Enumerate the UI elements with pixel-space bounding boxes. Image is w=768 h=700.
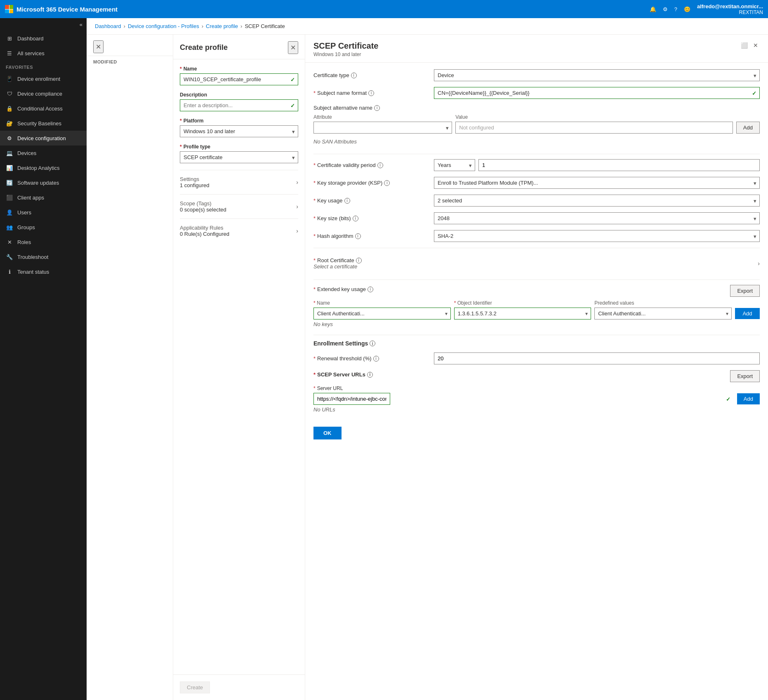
create-panel-content: * Name ✓ Description xyxy=(173,59,305,674)
notification-icon[interactable]: 🔔 xyxy=(650,6,656,12)
favorites-header: FAVORITES xyxy=(0,61,87,71)
description-input[interactable] xyxy=(180,99,298,111)
eku-add-button[interactable]: Add xyxy=(735,308,760,319)
ksp-info-icon[interactable]: i xyxy=(384,180,390,186)
hash-alg-select[interactable]: SHA-2 xyxy=(434,230,760,242)
sidebar-item-troubleshoot[interactable]: 🔧 Troubleshoot xyxy=(0,249,87,264)
san-value-input[interactable] xyxy=(455,122,733,134)
sidebar-label-device-compliance: Device compliance xyxy=(17,91,62,97)
sidebar-item-device-configuration[interactable]: ⚙ Device configuration xyxy=(0,131,87,146)
san-info-icon[interactable]: i xyxy=(374,105,380,111)
ksp-select[interactable]: Enroll to Trusted Platform Module (TPM).… xyxy=(434,177,760,189)
sidebar-item-security-baselines[interactable]: 🔐 Security Baselines xyxy=(0,116,87,131)
server-url-input[interactable] xyxy=(313,393,390,405)
cert-type-info-icon[interactable]: i xyxy=(351,73,357,78)
create-panel-close[interactable]: ✕ xyxy=(288,41,298,54)
settings-section[interactable]: Settings 1 configured › xyxy=(180,170,298,194)
name-input[interactable] xyxy=(180,73,298,85)
cert-type-select-wrapper: Device xyxy=(434,69,760,81)
sidebar-item-desktop-analytics[interactable]: 📊 Desktop Analytics xyxy=(0,160,87,175)
key-usage-select[interactable]: 2 selected xyxy=(434,195,760,207)
cert-type-control: Device xyxy=(434,69,760,81)
subject-name-check-icon: ✓ xyxy=(752,90,756,96)
scep-urls-label: * SCEP Server URLs i xyxy=(313,371,373,378)
scep-export-button[interactable]: Export xyxy=(730,370,760,382)
applicability-section[interactable]: Applicability Rules 0 Rule(s) Configured… xyxy=(180,218,298,243)
sidebar-item-client-apps[interactable]: ⬛ Client apps xyxy=(0,190,87,205)
sidebar-collapse-btn[interactable]: « xyxy=(0,18,87,31)
list-panel-header: ✕ xyxy=(87,35,173,56)
platform-field: * Platform Windows 10 and later xyxy=(180,118,298,137)
cert-type-select[interactable]: Device xyxy=(434,69,760,81)
key-usage-info-icon[interactable]: i xyxy=(344,198,350,204)
sidebar-label-all-services: All services xyxy=(17,50,45,56)
validity-unit-wrapper: Years xyxy=(434,159,475,171)
renewal-info-icon[interactable]: i xyxy=(373,356,379,362)
eku-oid-select[interactable]: 1.3.6.1.5.5.7.3.2 xyxy=(454,308,591,319)
hash-alg-select-wrapper: SHA-2 xyxy=(434,230,760,242)
san-attribute-select[interactable] xyxy=(313,122,452,134)
scep-urls-info-icon[interactable]: i xyxy=(367,372,373,378)
breadcrumb-create[interactable]: Create profile xyxy=(206,23,238,29)
profile-type-label: * Profile type xyxy=(180,144,298,150)
settings-icon[interactable]: ⚙ xyxy=(663,6,668,12)
description-label: Description xyxy=(180,92,298,98)
sidebar-item-devices[interactable]: 💻 Devices xyxy=(0,146,87,160)
help-icon[interactable]: ? xyxy=(674,6,677,12)
enrollment-info-icon[interactable]: i xyxy=(370,341,375,346)
san-add-button[interactable]: Add xyxy=(736,122,760,134)
eku-name-select[interactable]: Client Authenticati... xyxy=(313,308,451,319)
eku-export-button[interactable]: Export xyxy=(730,285,760,297)
sidebar-item-device-enrollment[interactable]: 📱 Device enrollment xyxy=(0,71,87,86)
sidebar-item-tenant-status[interactable]: ℹ Tenant status xyxy=(0,264,87,279)
name-field: * Name ✓ xyxy=(180,66,298,85)
list-panel-close[interactable]: ✕ xyxy=(93,40,104,53)
scep-header: SCEP Certificate Windows 10 and later ⬜ … xyxy=(305,35,768,63)
cert-validity-info-icon[interactable]: i xyxy=(377,162,383,168)
scep-close-btn[interactable]: ✕ xyxy=(752,41,760,49)
hash-alg-info-icon[interactable]: i xyxy=(355,233,361,239)
sidebar-item-groups[interactable]: 👥 Groups xyxy=(0,220,87,235)
eku-info-icon[interactable]: i xyxy=(368,287,373,292)
breadcrumb-profiles[interactable]: Device configuration - Profiles xyxy=(128,23,199,29)
subject-name-input[interactable] xyxy=(434,87,760,99)
validity-unit-select[interactable]: Years xyxy=(434,159,475,171)
eku-predefined-select[interactable]: Client Authenticati... xyxy=(594,308,732,319)
sidebar-label-device-enrollment: Device enrollment xyxy=(17,76,60,82)
troubleshoot-icon: 🔧 xyxy=(6,253,13,261)
subject-name-label: * Subject name format i xyxy=(313,90,429,96)
eku-row-headers: * Name * Object Identifier Predefined va… xyxy=(313,300,760,306)
sidebar-item-software-updates[interactable]: 🔄 Software updates xyxy=(0,175,87,190)
sidebar-item-conditional-access[interactable]: 🔒 Conditional Access xyxy=(0,101,87,116)
scep-subtitle: Windows 10 and later xyxy=(313,52,378,57)
key-size-select[interactable]: 2048 xyxy=(434,212,760,224)
subject-name-control: ✓ xyxy=(434,87,760,99)
list-panel: ✕ MODIFIED xyxy=(87,35,173,700)
sidebar-item-all-services[interactable]: ☰ All services xyxy=(0,46,87,61)
key-size-info-icon[interactable]: i xyxy=(353,216,358,221)
sidebar-item-device-compliance[interactable]: 🛡 Device compliance xyxy=(0,86,87,101)
sidebar-item-dashboard[interactable]: ⊞ Dashboard xyxy=(0,31,87,46)
server-url-add-button[interactable]: Add xyxy=(737,393,760,404)
scep-content: Certificate type i Device xyxy=(305,63,768,700)
key-size-control: 2048 xyxy=(434,212,760,224)
scope-section[interactable]: Scope (Tags) 0 scope(s) selected › xyxy=(180,194,298,218)
breadcrumb-dashboard[interactable]: Dashboard xyxy=(95,23,121,29)
subject-name-info-icon[interactable]: i xyxy=(368,90,374,96)
root-cert-info-icon[interactable]: i xyxy=(356,258,362,263)
renewal-input[interactable] xyxy=(434,352,760,364)
create-panel: Create profile ✕ * Name ✓ xyxy=(173,35,305,700)
user-icon[interactable]: 😊 xyxy=(684,6,690,12)
devices-icon: 💻 xyxy=(6,149,13,157)
create-button[interactable]: Create xyxy=(180,681,210,693)
platform-select[interactable]: Windows 10 and later xyxy=(180,125,298,137)
ok-button[interactable]: OK xyxy=(313,427,342,439)
sidebar-item-users[interactable]: 👤 Users xyxy=(0,205,87,220)
scep-maximize-btn[interactable]: ⬜ xyxy=(740,41,748,49)
breadcrumb-sep-2: › xyxy=(202,23,203,29)
sidebar-item-roles[interactable]: ✕ Roles xyxy=(0,235,87,249)
divider-4 xyxy=(313,335,760,335)
validity-value-input[interactable] xyxy=(478,159,760,171)
root-cert-row[interactable]: * Root Certificate i Select a certificat… xyxy=(313,253,760,274)
profile-type-select[interactable]: SCEP certificate xyxy=(180,151,298,163)
